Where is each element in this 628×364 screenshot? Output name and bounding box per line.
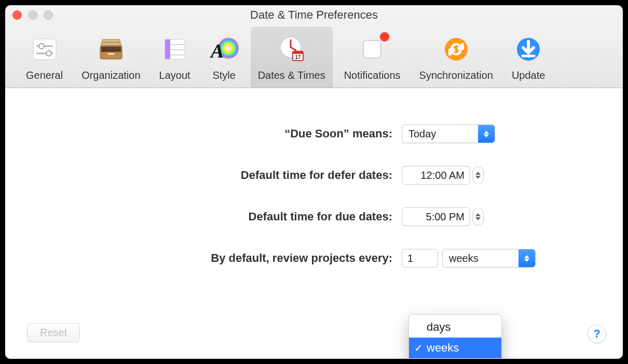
toolbar-item-label: Layout	[159, 69, 190, 81]
toolbar-item-label: Notifications	[344, 69, 401, 81]
svg-rect-11	[165, 39, 170, 59]
defer-time-field[interactable]: 12:00 AM	[402, 166, 470, 185]
toolbar-item-label: Synchronization	[419, 69, 493, 81]
window-title: Date & Time Preferences	[5, 8, 623, 22]
review-unit-value: weeks	[443, 253, 485, 264]
review-label: By default, review projects every:	[60, 251, 392, 265]
due-soon-value: Today	[402, 128, 442, 140]
menu-item-weeks[interactable]: weeks	[409, 338, 501, 358]
zoom-window-button[interactable]	[44, 10, 53, 20]
toolbar-general[interactable]: General	[19, 27, 70, 88]
drawer-icon	[96, 34, 126, 64]
minimize-window-button[interactable]	[28, 10, 37, 20]
due-soon-label: “Due Soon” means:	[60, 127, 392, 141]
style-icon: A	[209, 34, 239, 64]
toolbar-item-label: Dates & Times	[258, 69, 325, 81]
toolbar-item-label: Style	[212, 69, 235, 81]
clock-calendar-icon: 17	[277, 34, 307, 64]
review-unit-menu: days weeks months years	[408, 314, 502, 359]
svg-rect-8	[101, 47, 121, 52]
chevron-updown-icon	[518, 249, 535, 267]
toolbar-synchronization[interactable]: Synchronization	[412, 27, 500, 88]
toolbar-layout[interactable]: Layout	[152, 27, 198, 88]
svg-rect-9	[107, 53, 115, 55]
sliders-icon	[30, 34, 60, 64]
sync-icon	[441, 34, 471, 64]
toolbar-item-label: Update	[512, 69, 545, 81]
chevron-updown-icon	[478, 125, 495, 143]
reset-button[interactable]: Reset	[27, 323, 80, 342]
preferences-window: Date & Time Preferences General	[5, 5, 623, 359]
preferences-toolbar: General Organization	[5, 25, 623, 88]
toolbar-item-label: Organization	[81, 69, 140, 81]
notification-badge	[380, 32, 389, 41]
menu-item-months[interactable]: months	[409, 358, 501, 359]
defer-time-label: Default time for defer dates:	[60, 169, 392, 182]
toolbar-dates-times[interactable]: 17 Dates & Times	[251, 27, 333, 88]
svg-rect-21	[293, 51, 303, 54]
menu-item-days[interactable]: days	[409, 317, 501, 338]
svg-point-2	[39, 44, 44, 49]
due-soon-popup[interactable]: Today	[402, 124, 495, 143]
titlebar: Date & Time Preferences	[5, 5, 623, 25]
notification-icon	[357, 34, 387, 64]
toolbar-style[interactable]: A Style	[202, 27, 247, 88]
toolbar-item-label: General	[26, 69, 63, 81]
layout-icon	[160, 34, 190, 64]
review-count-field[interactable]: 1	[402, 249, 438, 268]
preferences-content: “Due Soon” means: Today Default time for…	[5, 88, 623, 359]
download-icon	[513, 34, 543, 64]
help-button[interactable]: ?	[588, 325, 606, 343]
due-time-field[interactable]: 5:00 PM	[402, 207, 470, 226]
toolbar-notifications[interactable]: Notifications	[337, 27, 408, 88]
defer-time-stepper[interactable]	[472, 166, 484, 184]
due-time-label: Default time for due dates:	[60, 210, 392, 223]
close-window-button[interactable]	[12, 10, 22, 20]
svg-rect-0	[33, 39, 56, 60]
svg-point-24	[445, 38, 468, 61]
svg-rect-5	[102, 39, 120, 43]
svg-point-4	[46, 51, 51, 56]
review-unit-popup[interactable]: weeks	[442, 249, 536, 268]
svg-text:17: 17	[295, 54, 301, 60]
toolbar-organization[interactable]: Organization	[74, 27, 147, 88]
window-controls	[12, 10, 53, 20]
due-time-stepper[interactable]	[472, 208, 484, 226]
svg-rect-23	[363, 40, 381, 58]
toolbar-update[interactable]: Update	[504, 27, 553, 88]
svg-rect-6	[101, 43, 121, 46]
svg-text:A: A	[210, 40, 224, 62]
